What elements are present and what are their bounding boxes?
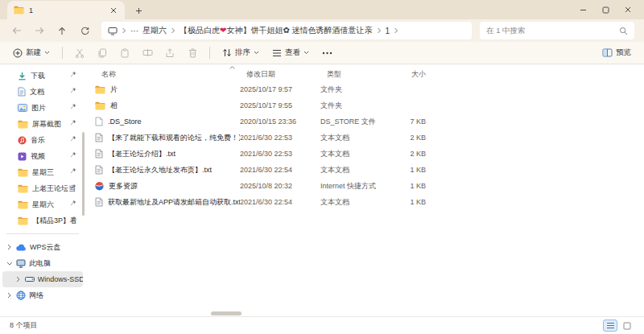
sidebar-item-下载[interactable]: 下载: [0, 68, 85, 84]
sort-button[interactable]: 排序: [217, 44, 264, 62]
file-date-modified: 2021/6/30 22:54: [240, 198, 320, 206]
sidebar-item-网络[interactable]: 网络: [0, 287, 85, 303]
file-row[interactable]: 片2025/10/17 9:57文件夹: [95, 81, 644, 97]
breadcrumb-item-subfolder-1[interactable]: 1: [386, 27, 390, 35]
more-options-button[interactable]: [317, 44, 336, 62]
sidebar-item-Windows-SSD[interactable]: Windows-SSD: [2, 271, 83, 287]
breadcrumb-item-saturday[interactable]: 星期六: [142, 25, 167, 36]
sidebar-item-label: 上老王论坛当: [32, 183, 76, 194]
navigation-bar: ···星期六【极品白虎❤女神】饼干姐姐✿ 迷情色诱醉酒借意让亲1 在 1 中搜索: [0, 19, 644, 42]
delete-button[interactable]: [183, 44, 202, 62]
breadcrumb-text: 女神】饼干姐姐✿ 迷情色诱醉酒借意让亲: [226, 26, 372, 35]
paste-button[interactable]: [115, 44, 134, 62]
sidebar-scrollbar-thumb[interactable]: [82, 132, 85, 216]
up-button[interactable]: [52, 22, 72, 39]
file-row[interactable]: 获取最新地址及APP请发邮箱自动获取.txt2021/6/30 22:54文本文…: [95, 194, 644, 210]
tab-bar: 1: [0, 0, 644, 19]
file-date-modified: 2025/10/8 20:32: [240, 182, 320, 190]
thumbnail-view-toggle[interactable]: [620, 320, 634, 332]
maximize-button[interactable]: [594, 1, 617, 19]
file-date-modified: 2025/10/17 9:55: [240, 101, 320, 109]
column-header-类型[interactable]: 类型: [320, 68, 389, 81]
sidebar-item-上老王论坛当[interactable]: 上老王论坛当: [0, 180, 85, 196]
breadcrumb-item-current-folder[interactable]: 【极品白虎❤女神】饼干姐姐✿ 迷情色诱醉酒借意让亲: [180, 25, 373, 36]
file-size: 2 KB: [389, 150, 429, 158]
refresh-button[interactable]: [74, 22, 95, 39]
sort-icon: [222, 48, 232, 57]
column-header-label: 名称: [101, 69, 116, 80]
this-pc-icon: [16, 259, 26, 268]
tab-close-icon[interactable]: [109, 6, 118, 15]
folder-icon: [18, 200, 28, 209]
sidebar-item-label: 屏幕截图: [32, 119, 61, 130]
file-list-pane: 名称修改日期类型大小 片2025/10/17 9:57文件夹相2025/10/1…: [85, 64, 644, 316]
location-monitor-icon[interactable]: [108, 27, 118, 35]
breadcrumb-chevron-icon[interactable]: [394, 27, 398, 34]
sidebar-item-【精品3P】看[interactable]: 【精品3P】看: [0, 212, 85, 229]
preview-button[interactable]: 预览: [597, 44, 636, 62]
forward-button[interactable]: [29, 22, 50, 39]
sidebar-item-label: 下载: [31, 71, 45, 81]
sidebar-item-WPS云盘[interactable]: WPS云盘: [0, 239, 85, 255]
chevron-down-icon[interactable]: [6, 262, 13, 266]
wps-cloud-icon: [16, 244, 27, 251]
download-icon: [18, 72, 27, 80]
file-row[interactable]: 【老王论坛介绍】.txt2021/6/30 22:53文本文档2 KB: [95, 146, 644, 162]
explorer-tab[interactable]: 1: [7, 1, 125, 19]
folder-icon: [14, 6, 24, 14]
horizontal-scrollbar-thumb[interactable]: [211, 311, 242, 315]
folder-icon: [95, 85, 105, 94]
file-row[interactable]: 【来了就能下载和观看的论坛，纯免费！】.txt2021/6/30 22:53文本…: [95, 130, 644, 146]
file-type: 文件夹: [320, 85, 389, 95]
sidebar-item-音乐[interactable]: 音乐: [0, 132, 85, 148]
file-name: 【老王论坛永久地址发布页】.txt: [108, 165, 212, 175]
view-toggles: [603, 320, 634, 332]
chevron-right-icon[interactable]: [14, 276, 22, 282]
minimize-button[interactable]: [572, 1, 594, 19]
preview-icon: [602, 48, 613, 57]
search-box[interactable]: 在 1 中搜索: [480, 22, 634, 39]
sidebar-item-文档[interactable]: 文档: [0, 84, 85, 100]
breadcrumb-chevron-icon[interactable]: [122, 27, 126, 34]
breadcrumb-item-overflow[interactable]: ···: [130, 27, 138, 35]
file-row[interactable]: 相2025/10/17 9:55文件夹: [95, 97, 644, 113]
file-size: 1 KB: [389, 198, 429, 206]
breadcrumb-chevron-icon[interactable]: [377, 27, 382, 34]
file-date-modified: 2025/10/17 9:57: [240, 85, 320, 93]
videos-icon: [18, 152, 27, 161]
sidebar-item-此电脑[interactable]: 此电脑: [0, 255, 85, 271]
file-name: 获取最新地址及APP请发邮箱自动获取.txt: [108, 197, 240, 208]
sidebar-item-图片[interactable]: 图片: [0, 100, 85, 116]
file-row[interactable]: .DS_Store2020/10/15 23:36DS_STORE 文件7 KB: [95, 113, 644, 130]
sidebar-item-星期三[interactable]: 星期三: [0, 164, 85, 180]
file-row[interactable]: 【老王论坛永久地址发布页】.txt2021/6/30 22:54文本文档1 KB: [95, 162, 644, 178]
column-header-名称[interactable]: 名称: [95, 68, 240, 81]
new-button[interactable]: 新建: [8, 44, 55, 62]
column-header-label: 大小: [411, 69, 426, 80]
chevron-right-icon[interactable]: [6, 292, 13, 299]
sidebar-item-屏幕截图[interactable]: 屏幕截图: [0, 116, 85, 132]
view-button[interactable]: 查看: [267, 44, 314, 62]
file-row[interactable]: 更多资源2025/10/8 20:32Internet 快捷方式1 KB: [95, 178, 644, 194]
copy-button[interactable]: [93, 44, 112, 62]
sidebar-item-视频[interactable]: 视频: [0, 148, 85, 164]
new-tab-button[interactable]: [133, 5, 144, 16]
details-view-toggle[interactable]: [603, 320, 617, 332]
chevron-down-icon: [44, 51, 50, 55]
close-button[interactable]: [617, 1, 639, 19]
rename-button[interactable]: [138, 44, 157, 62]
file-rows: 片2025/10/17 9:57文件夹相2025/10/17 9:55文件夹.D…: [95, 81, 644, 210]
preview-button-label: 预览: [616, 47, 631, 58]
sidebar-item-星期六[interactable]: 星期六: [0, 196, 85, 212]
breadcrumb-chevron-icon[interactable]: [171, 27, 175, 34]
column-header-修改日期[interactable]: 修改日期: [240, 68, 320, 81]
item-count: 8 个项目: [10, 320, 603, 331]
file-type: 文本文档: [320, 165, 389, 175]
cut-button[interactable]: [70, 44, 89, 62]
share-button[interactable]: [160, 44, 180, 62]
file-date-modified: 2020/10/15 23:36: [240, 118, 320, 126]
folder-icon: [18, 168, 28, 177]
column-header-大小[interactable]: 大小: [389, 68, 429, 81]
chevron-right-icon[interactable]: [6, 244, 13, 250]
back-button[interactable]: [6, 22, 27, 39]
